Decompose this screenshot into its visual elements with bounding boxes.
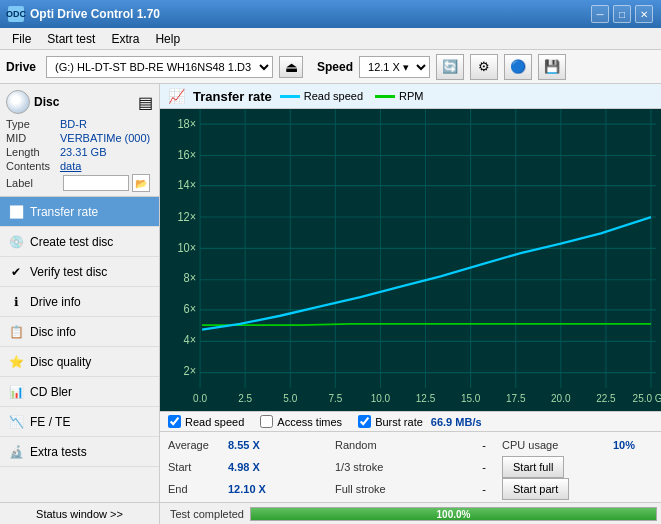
eject-button[interactable]: ⏏ bbox=[279, 56, 303, 78]
length-value: 23.31 GB bbox=[60, 146, 106, 158]
end-value: 12.10 X bbox=[228, 483, 268, 495]
status-bar: Status window >> Test completed 100.0% bbox=[0, 502, 661, 524]
status-window-label: Status window >> bbox=[36, 508, 123, 520]
menu-help[interactable]: Help bbox=[147, 30, 188, 48]
close-button[interactable]: ✕ bbox=[635, 5, 653, 23]
start-label: Start bbox=[168, 461, 228, 473]
stats-row-stroke13: 1/3 stroke - bbox=[335, 456, 486, 478]
contents-value[interactable]: data bbox=[60, 160, 81, 172]
status-message: Test completed bbox=[164, 508, 250, 520]
start-part-button[interactable]: Start part bbox=[502, 478, 569, 500]
access-times-checkbox-label[interactable]: Access times bbox=[260, 415, 342, 428]
sidebar-item-verify-test-disc[interactable]: ✔ Verify test disc bbox=[0, 257, 159, 287]
sidebar-item-label: Verify test disc bbox=[30, 265, 107, 279]
verify-test-disc-icon: ✔ bbox=[8, 264, 24, 280]
maximize-button[interactable]: □ bbox=[613, 5, 631, 23]
nav-list: 📈 Transfer rate 💿 Create test disc ✔ Ver… bbox=[0, 197, 159, 502]
stats-row-start: Start 4.98 X bbox=[168, 456, 319, 478]
svg-text:5.0: 5.0 bbox=[283, 391, 297, 404]
stats-rows-container: Average 8.55 X Start 4.98 X End 12.10 X bbox=[160, 432, 661, 502]
fullstroke-value: - bbox=[456, 483, 486, 495]
svg-text:6×: 6× bbox=[184, 302, 197, 317]
stats-checkboxes: Read speed Access times Burst rate 66.9 … bbox=[160, 412, 661, 432]
sidebar-item-create-test-disc[interactable]: 💿 Create test disc bbox=[0, 227, 159, 257]
svg-text:14×: 14× bbox=[177, 177, 196, 192]
sidebar-item-disc-info[interactable]: 📋 Disc info bbox=[0, 317, 159, 347]
stats-row-start-full: Start full bbox=[502, 456, 653, 478]
sidebar-item-label: Extra tests bbox=[30, 445, 87, 459]
menu-start-test[interactable]: Start test bbox=[39, 30, 103, 48]
read-speed-checkbox[interactable] bbox=[168, 415, 181, 428]
access-times-checkbox-text: Access times bbox=[277, 416, 342, 428]
stroke13-value: - bbox=[456, 461, 486, 473]
stats-left-col: Average 8.55 X Start 4.98 X End 12.10 X bbox=[160, 434, 327, 500]
sidebar-item-label: FE / TE bbox=[30, 415, 70, 429]
app-title: Opti Drive Control 1.70 bbox=[30, 7, 160, 21]
svg-text:20.0: 20.0 bbox=[551, 391, 570, 404]
svg-text:22.5: 22.5 bbox=[596, 391, 615, 404]
minimize-button[interactable]: ─ bbox=[591, 5, 609, 23]
chart-area: 18× 16× 14× 12× 10× 8× 6× 4× 2× 0.0 2.5 … bbox=[160, 109, 661, 411]
svg-text:7.5: 7.5 bbox=[328, 391, 342, 404]
refresh-button[interactable]: 🔄 bbox=[436, 54, 464, 80]
start-full-button[interactable]: Start full bbox=[502, 456, 564, 478]
drive-toolbar: Drive (G:) HL-DT-ST BD-RE WH16NS48 1.D3 … bbox=[0, 50, 661, 84]
disc-options-icon[interactable]: ▤ bbox=[138, 93, 153, 112]
read-speed-legend-label: Read speed bbox=[304, 90, 363, 102]
stats-row-end: End 12.10 X bbox=[168, 478, 319, 500]
svg-rect-0 bbox=[160, 109, 661, 411]
sidebar-item-fe-te[interactable]: 📉 FE / TE bbox=[0, 407, 159, 437]
main-layout: Disc ▤ Type BD-R MID VERBATIMe (000) Len… bbox=[0, 84, 661, 502]
sidebar-item-label: CD Bler bbox=[30, 385, 72, 399]
svg-text:12×: 12× bbox=[177, 209, 196, 224]
start-value: 4.98 X bbox=[228, 461, 268, 473]
stats-row-fullstroke: Full stroke - bbox=[335, 478, 486, 500]
type-value: BD-R bbox=[60, 118, 87, 130]
menu-extra[interactable]: Extra bbox=[103, 30, 147, 48]
svg-text:2×: 2× bbox=[184, 363, 197, 378]
sidebar-item-cd-bler[interactable]: 📊 CD Bler bbox=[0, 377, 159, 407]
chart-title-icon: 📈 bbox=[168, 88, 185, 104]
label-browse-button[interactable]: 📂 bbox=[132, 174, 150, 192]
sidebar-item-disc-quality[interactable]: ⭐ Disc quality bbox=[0, 347, 159, 377]
burst-rate-checkbox[interactable] bbox=[358, 415, 371, 428]
sidebar-item-transfer-rate[interactable]: 📈 Transfer rate bbox=[0, 197, 159, 227]
svg-text:17.5: 17.5 bbox=[506, 391, 525, 404]
settings-button[interactable]: ⚙ bbox=[470, 54, 498, 80]
fe-te-icon: 📉 bbox=[8, 414, 24, 430]
progress-bar-fill: 100.0% bbox=[251, 508, 656, 520]
access-times-checkbox[interactable] bbox=[260, 415, 273, 428]
label-input[interactable] bbox=[63, 175, 129, 191]
svg-text:16×: 16× bbox=[177, 147, 196, 162]
svg-text:4×: 4× bbox=[184, 332, 197, 347]
svg-text:8×: 8× bbox=[184, 270, 197, 285]
info-button[interactable]: 🔵 bbox=[504, 54, 532, 80]
read-speed-checkbox-label[interactable]: Read speed bbox=[168, 415, 244, 428]
speed-select[interactable]: 12.1 X ▾ bbox=[359, 56, 430, 78]
speed-label: Speed bbox=[317, 60, 353, 74]
content-area: 📈 Transfer rate Read speed RPM bbox=[160, 84, 661, 502]
svg-text:2.5: 2.5 bbox=[238, 391, 252, 404]
save-button[interactable]: 💾 bbox=[538, 54, 566, 80]
chart-svg: 18× 16× 14× 12× 10× 8× 6× 4× 2× 0.0 2.5 … bbox=[160, 109, 661, 411]
average-value: 8.55 X bbox=[228, 439, 268, 451]
rpm-legend-color bbox=[375, 95, 395, 98]
svg-text:15.0: 15.0 bbox=[461, 391, 480, 404]
create-test-disc-icon: 💿 bbox=[8, 234, 24, 250]
status-window-button[interactable]: Status window >> bbox=[0, 503, 160, 524]
sidebar-item-label: Transfer rate bbox=[30, 205, 98, 219]
drive-label: Drive bbox=[6, 60, 36, 74]
disc-section-label: Disc bbox=[34, 95, 59, 109]
sidebar-item-label: Create test disc bbox=[30, 235, 113, 249]
random-value: - bbox=[456, 439, 486, 451]
drive-select[interactable]: (G:) HL-DT-ST BD-RE WH16NS48 1.D3 bbox=[46, 56, 273, 78]
burst-rate-value: 66.9 MB/s bbox=[431, 416, 482, 428]
menu-file[interactable]: File bbox=[4, 30, 39, 48]
stats-row-random: Random - bbox=[335, 434, 486, 456]
length-label: Length bbox=[6, 146, 60, 158]
sidebar-item-drive-info[interactable]: ℹ Drive info bbox=[0, 287, 159, 317]
sidebar-item-extra-tests[interactable]: 🔬 Extra tests bbox=[0, 437, 159, 467]
transfer-rate-icon: 📈 bbox=[8, 204, 24, 220]
chart-legend: Read speed RPM bbox=[280, 90, 424, 102]
burst-rate-checkbox-label[interactable]: Burst rate 66.9 MB/s bbox=[358, 415, 481, 428]
